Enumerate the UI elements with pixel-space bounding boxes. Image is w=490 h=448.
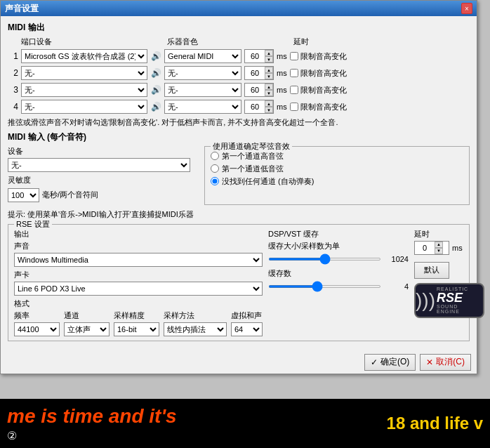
- limit-checkbox-2[interactable]: [290, 69, 298, 77]
- midi-row-1: 1 Microsoft GS 波表软件合成器 (2) 🔊 General MID…: [8, 49, 470, 63]
- sensitivity-label: 灵敏度: [8, 175, 31, 185]
- buf-size-slider[interactable]: [268, 258, 381, 261]
- port-select-2[interactable]: 无-: [21, 66, 147, 80]
- soundcard-sublabel: 声卡: [14, 270, 263, 280]
- close-button[interactable]: ×: [461, 3, 472, 14]
- spinbox-up-3[interactable]: ▲: [265, 84, 273, 90]
- port-select-3[interactable]: 无-: [21, 83, 147, 97]
- spinbox-down-4[interactable]: ▼: [265, 107, 273, 113]
- midi-input-right: 使用通道确定琴弦音效 第一个通道高音弦 第一个通道低音弦 没找到任何通道 (自动…: [204, 146, 470, 205]
- rse-text-block: REALISTIC RSE SOUND ENGINE: [437, 286, 483, 314]
- delay-spinbox-4: ▲ ▼: [244, 100, 274, 114]
- limit-label-4: 限制音高变化: [300, 102, 347, 112]
- speaker-icon-1: 🔊: [150, 51, 161, 62]
- channel-label: 通道: [64, 310, 110, 321]
- virtual-select[interactable]: 64: [231, 322, 263, 336]
- spinbox-btns-2: ▲ ▼: [265, 67, 273, 79]
- limit-checkbox-3[interactable]: [290, 86, 298, 94]
- freq-col: 频率 44100: [14, 310, 60, 336]
- midi-input-left: 设备 无- 灵敏度 100 毫秒/两个音符间: [8, 146, 197, 205]
- method-select[interactable]: 线性内插法: [164, 322, 227, 336]
- cancel-button[interactable]: ✕ 取消(C): [420, 354, 471, 371]
- delay-spinbox: ▲ ▼: [414, 241, 449, 255]
- buf-count-slider[interactable]: [268, 285, 381, 288]
- limit-label-1: 限制音高变化: [300, 51, 347, 62]
- row-num-4: 4: [8, 102, 18, 112]
- limit-label-3: 限制音高变化: [300, 85, 347, 95]
- midi-row-3: 3 无- 🔊 无- ▲ ▼ ms 限制音高变化: [8, 83, 470, 97]
- sound-select[interactable]: Windows Multimedia: [14, 253, 263, 267]
- delay-row: ▲ ▼ ms: [414, 241, 484, 255]
- delay-spinbox-up[interactable]: ▲: [435, 242, 443, 248]
- channel-col: 通道 立体声: [64, 310, 110, 336]
- spinbox-up-4[interactable]: ▲: [265, 100, 273, 107]
- delay-input-4[interactable]: [245, 100, 265, 113]
- bottom-overlay: me is time and it's ② 18 and life v: [0, 399, 490, 448]
- sound-sublabel: 声音: [14, 241, 263, 251]
- instrument-select-3[interactable]: 无-: [164, 83, 241, 97]
- delay-spinbox-down[interactable]: ▼: [435, 248, 443, 254]
- freq-label: 频率: [14, 310, 60, 321]
- delay-spinbox-2: ▲ ▼: [244, 66, 274, 80]
- delay-spinbox-btns: ▲ ▼: [435, 242, 443, 254]
- sensitivity-unit: 毫秒/两个音符间: [42, 190, 98, 200]
- limit-checkbox-label-2: 限制音高变化: [290, 68, 347, 79]
- radio-high-string[interactable]: [211, 152, 219, 160]
- channel-select[interactable]: 立体声: [64, 322, 110, 336]
- delay-input[interactable]: [415, 242, 435, 254]
- overlay-left-block: me is time and it's ②: [7, 405, 177, 442]
- spinbox-btns-1: ▲ ▼: [265, 50, 273, 62]
- buf-size-slider-container: [268, 253, 381, 265]
- delay-ms-label: ms: [452, 244, 463, 252]
- virtual-label: 虚拟和声: [231, 310, 263, 321]
- delay-input-2[interactable]: [245, 67, 265, 79]
- ms-label-4: ms: [277, 103, 287, 111]
- delay-input-3[interactable]: [245, 84, 265, 96]
- radio-label-2: 第一个通道低音弦: [211, 164, 463, 174]
- buf-count-value: 4: [384, 282, 409, 291]
- port-select-4[interactable]: 无-: [21, 100, 147, 114]
- soundcard-select[interactable]: Line 6 POD X3 Live: [14, 282, 263, 296]
- spinbox-down-1[interactable]: ▼: [265, 56, 273, 62]
- port-select-1[interactable]: Microsoft GS 波表软件合成器 (2): [21, 49, 147, 63]
- sample-select[interactable]: 16-bit: [114, 322, 159, 336]
- buf-count-row: 4: [268, 280, 409, 293]
- instrument-select-1[interactable]: General MIDI: [164, 49, 241, 63]
- format-section: 格式 频率 44100 通道 立体声: [14, 298, 263, 336]
- bottom-buttons: ✓ 确定(O) ✕ 取消(C): [1, 351, 477, 374]
- format-sublabel: 格式: [14, 298, 263, 309]
- instrument-select-4[interactable]: 无-: [164, 100, 241, 114]
- spinbox-btns-4: ▲ ▼: [265, 100, 273, 113]
- overlay-right-text: 18 and life v: [387, 414, 483, 433]
- delay-input-1[interactable]: [245, 50, 265, 62]
- rse-dsp: DSP/VST 缓存 缓存大小/采样数为单 1024 缓存数 4: [268, 229, 409, 336]
- limit-checkbox-4[interactable]: [290, 103, 298, 111]
- buf-size-label: 缓存大小/采样数为单: [268, 241, 409, 251]
- midi-device-select[interactable]: 无-: [8, 158, 190, 172]
- spinbox-down-3[interactable]: ▼: [265, 90, 273, 96]
- radio-label-3: 没找到任何通道 (自动弹奏): [211, 176, 463, 187]
- buf-count-label: 缓存数: [268, 268, 409, 279]
- cancel-label: 取消(C): [436, 356, 465, 368]
- spinbox-up-1[interactable]: ▲: [265, 50, 273, 56]
- radio-low-string[interactable]: [211, 164, 219, 173]
- instrument-select-2[interactable]: 无-: [164, 66, 241, 80]
- window-title: 声音设置: [5, 3, 39, 15]
- limit-checkbox-1[interactable]: [290, 52, 298, 60]
- rse-inner: 输出 声音 Windows Multimedia 声卡 Line 6 POD X…: [14, 229, 463, 336]
- ok-button[interactable]: ✓ 确定(O): [364, 354, 416, 371]
- radio-text-2: 第一个通道低音弦: [222, 164, 284, 174]
- default-button[interactable]: 默认: [414, 262, 449, 279]
- delay-spinbox-3: ▲ ▼: [244, 83, 274, 97]
- freq-select[interactable]: 44100: [14, 322, 60, 336]
- delay-header: 延时: [293, 37, 309, 47]
- sensitivity-select[interactable]: 100: [8, 188, 39, 202]
- limit-checkbox-label-1: 限制音高变化: [290, 51, 347, 62]
- spinbox-down-2[interactable]: ▼: [265, 73, 273, 79]
- midi-row-2: 2 无- 🔊 无- ▲ ▼ ms 限制音高变化: [8, 66, 470, 80]
- output-sublabel: 输出: [14, 229, 263, 239]
- sensitivity-row: 灵敏度: [8, 175, 197, 187]
- spinbox-up-2[interactable]: ▲: [265, 67, 273, 73]
- midi-input-hint: 提示: 使用菜单'音乐->MIDI输入打开'直接捕捉MIDI乐器: [8, 209, 470, 220]
- radio-auto[interactable]: [211, 177, 219, 185]
